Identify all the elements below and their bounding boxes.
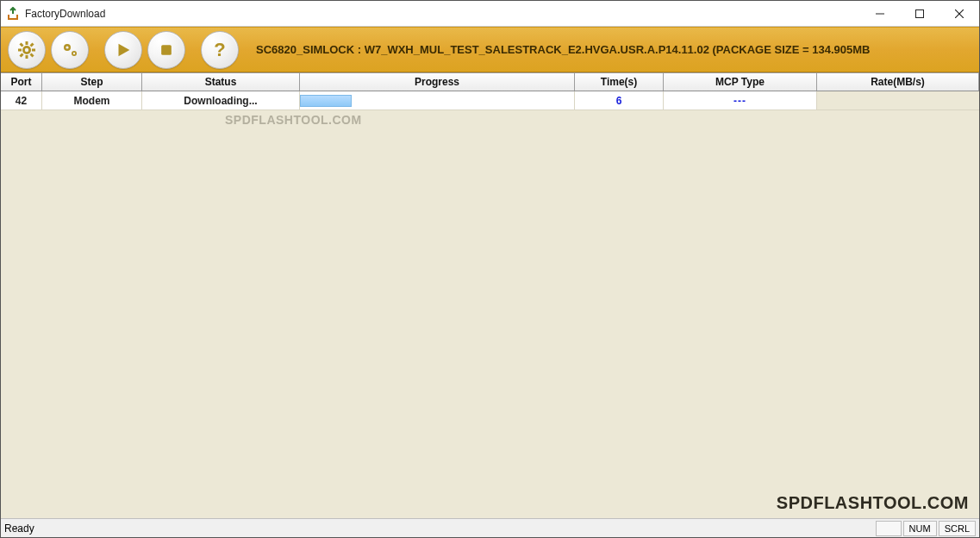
help-button[interactable]: ?: [201, 31, 239, 69]
progress-bar: [300, 95, 352, 107]
app-icon: [6, 7, 20, 21]
svg-point-15: [66, 46, 68, 48]
status-bar: Ready NUM SCRL: [1, 518, 979, 537]
settings-button[interactable]: [8, 31, 46, 69]
cell-mcp: ---: [664, 91, 817, 109]
download-grid: Port Step Status Progress Time(s) MCP Ty…: [1, 72, 979, 518]
svg-marker-18: [119, 43, 130, 56]
gear-icon: [16, 40, 37, 60]
svg-point-17: [73, 52, 75, 53]
col-header-progress[interactable]: Progress: [300, 73, 575, 91]
minimize-button[interactable]: [860, 1, 900, 26]
status-ready: Ready: [4, 522, 874, 535]
col-header-mcp[interactable]: MCP Type: [664, 73, 817, 91]
start-download-button[interactable]: [104, 31, 142, 69]
stop-download-button[interactable]: [147, 31, 185, 69]
svg-rect-19: [161, 45, 172, 55]
window-title: FactoryDownload: [25, 8, 105, 20]
cell-time: 6: [575, 91, 664, 109]
maximize-button[interactable]: [900, 1, 939, 26]
grid-header: Port Step Status Progress Time(s) MCP Ty…: [1, 73, 979, 91]
window-titlebar: FactoryDownload: [1, 1, 979, 27]
svg-line-13: [21, 53, 23, 56]
package-info-text: SC6820_SIMLOCK : W7_WXH_MUL_TEST_SALESTR…: [256, 43, 870, 56]
col-header-status[interactable]: Status: [142, 73, 300, 91]
svg-line-12: [31, 43, 34, 46]
col-header-port[interactable]: Port: [1, 73, 42, 91]
cell-step: Modem: [42, 91, 142, 109]
svg-line-11: [31, 53, 34, 56]
watermark-top: SPDFLASHTOOL.COM: [225, 113, 362, 127]
col-header-step[interactable]: Step: [42, 73, 142, 91]
table-row[interactable]: 42 Modem Downloading... 6 ---: [1, 91, 979, 110]
question-icon: ?: [214, 39, 225, 61]
status-blank: [876, 521, 902, 536]
cell-status: Downloading...: [142, 91, 300, 109]
play-icon: [114, 41, 133, 59]
status-scrl: SCRL: [939, 521, 976, 536]
grid-empty-area: SPDFLASHTOOL.COM SPDFLASHTOOL.COM: [1, 110, 979, 518]
col-header-rate[interactable]: Rate(MB/s): [817, 73, 979, 91]
status-num: NUM: [903, 521, 937, 536]
cell-port: 42: [1, 91, 42, 109]
svg-line-10: [21, 43, 23, 46]
watermark-bottom: SPDFLASHTOOL.COM: [777, 493, 969, 513]
stop-icon: [158, 41, 175, 59]
svg-rect-1: [916, 9, 924, 17]
cell-progress: [300, 91, 575, 109]
cell-rate: [817, 91, 979, 109]
col-header-time[interactable]: Time(s): [575, 73, 664, 91]
svg-point-5: [25, 47, 28, 51]
main-toolbar: ? SC6820_SIMLOCK : W7_WXH_MUL_TEST_SALES…: [1, 27, 979, 72]
load-packet-button[interactable]: [51, 31, 89, 69]
window-controls: [860, 1, 979, 26]
gears-icon: [59, 40, 80, 60]
close-button[interactable]: [939, 1, 979, 26]
